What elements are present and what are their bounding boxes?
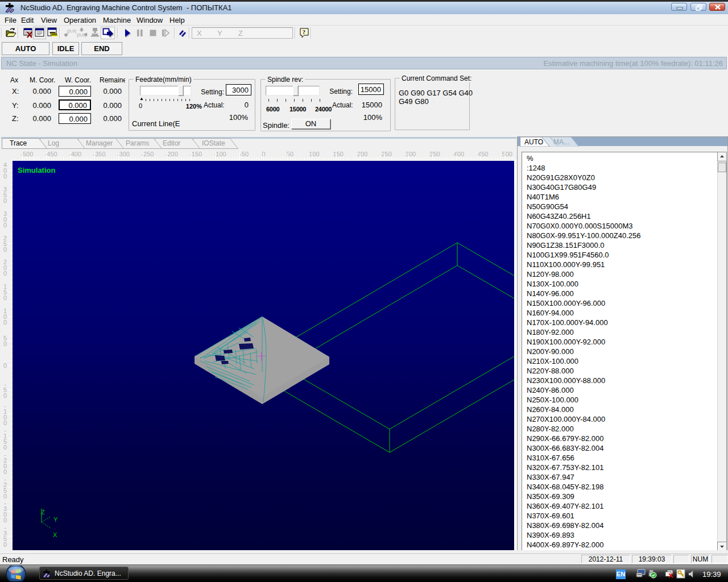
svg-text:20: 20 — [659, 571, 665, 577]
svg-text:Manager: Manager — [86, 139, 113, 147]
svg-text:Trace: Trace — [10, 139, 27, 147]
svg-text:Log: Log — [48, 139, 59, 147]
svg-text:Editor: Editor — [163, 139, 180, 147]
svg-text:Simulation: Simulation — [18, 166, 56, 174]
svg-text:AUTO: AUTO — [524, 138, 543, 146]
svg-text:Params: Params — [126, 139, 149, 147]
svg-text:Y: Y — [53, 516, 58, 523]
svg-text:IOState: IOState — [202, 139, 225, 147]
svg-text:MA...: MA... — [553, 138, 569, 146]
svg-text:Z: Z — [41, 509, 45, 516]
svg-text:?: ? — [303, 28, 306, 35]
svg-text:X: X — [53, 531, 57, 538]
